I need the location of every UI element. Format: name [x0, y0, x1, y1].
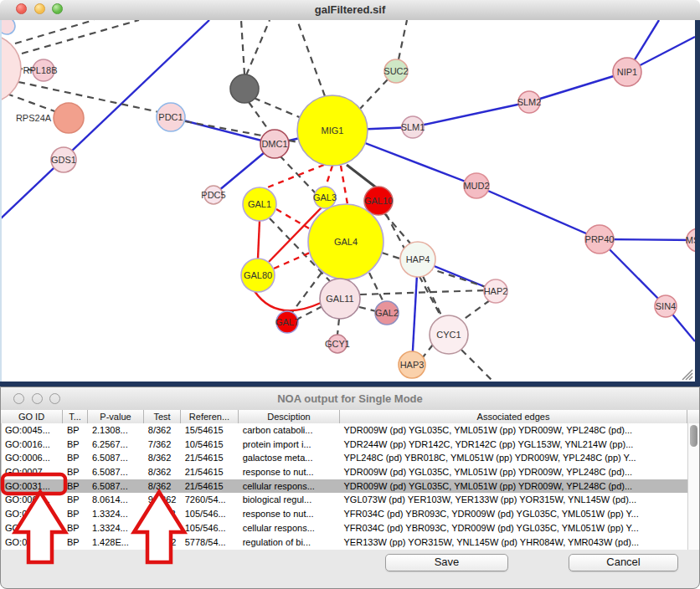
column-header-go-id[interactable]: GO ID: [1, 410, 63, 423]
node-RPL18B[interactable]: RPL18B: [23, 59, 58, 81]
table-row[interactable]: GO:0031...BP6.5087...8/36221/54615cellul…: [2, 479, 687, 494]
screen: galFiltered.sif RPL18BRPS24AGDS1PDC1DMC1…: [0, 0, 700, 589]
table-row[interactable]: GO:0007...BP6.5087...8/36221/54615respon…: [2, 465, 687, 479]
node-SIN4[interactable]: SIN4: [655, 295, 677, 317]
cell: 94/362: [145, 493, 182, 507]
table-row[interactable]: GO:0016...BP6.2567...7/36210/54615protei…: [2, 438, 687, 452]
column-header-associated-edges[interactable]: Associated edges: [340, 410, 687, 423]
table-row[interactable]: GO:0065...BP8.0614...94/3627260/54...bio…: [2, 493, 687, 507]
node-MUD2[interactable]: MUD2: [463, 173, 489, 198]
node-GDS1[interactable]: GDS1: [51, 147, 76, 172]
scrollbar-thumb[interactable]: [690, 425, 697, 447]
column-header-p-value[interactable]: P-value: [88, 410, 144, 423]
cell: YDR009W (pd) YGL035C, YML051W (pp) YDR00…: [341, 465, 687, 479]
node-GAL7[interactable]: GAL7: [275, 311, 299, 333]
svg-text:GAL7: GAL7: [275, 317, 299, 327]
cell: 15/54615: [182, 423, 239, 438]
window-noa-output: NOA output for Single Mode GO IDT...P-va…: [0, 387, 700, 589]
column-header-test[interactable]: Test: [144, 410, 181, 423]
cell: cellular respons...: [239, 479, 341, 494]
svg-text:DMC1: DMC1: [261, 139, 287, 149]
cell: 6.5087...: [89, 451, 145, 465]
node-GAL80[interactable]: GAL80: [241, 259, 275, 292]
node-CYC1[interactable]: CYC1: [430, 315, 468, 354]
node-GRAY[interactable]: [230, 74, 259, 103]
node-MIG1[interactable]: MIG1: [297, 95, 368, 166]
titlebar-noa[interactable]: NOA output for Single Mode: [1, 387, 699, 411]
table-row[interactable]: GO:0050...BP1.428E...80/3625778/54...reg…: [2, 535, 687, 550]
node-GAL1[interactable]: GAL1: [243, 187, 276, 221]
cell: YDR244W (pp) YDR142C, YDR142C (pp) YGL15…: [341, 438, 687, 452]
svg-text:GAL4: GAL4: [334, 237, 358, 247]
cell: 105/546...: [182, 521, 239, 535]
titlebar-galfiltered[interactable]: galFiltered.sif: [0, 0, 700, 21]
edge: [241, 20, 244, 74]
svg-text:RPS24A: RPS24A: [16, 113, 52, 123]
cell: YGL073W (pd) YER103W, YER133W (pp) YOR31…: [341, 493, 687, 507]
edge: [399, 20, 407, 59]
cell: response to nut...: [239, 507, 341, 521]
node-RPS24A[interactable]: RPS24A: [16, 103, 84, 133]
node-big-node[interactable]: [2, 34, 21, 103]
edge: [254, 98, 303, 119]
svg-text:HAP2: HAP2: [484, 286, 508, 296]
cell: biological regul...: [239, 493, 341, 507]
column-header-desciption[interactable]: Desciption: [239, 410, 340, 423]
edge: [341, 166, 347, 204]
node-GAL10[interactable]: GAL10: [364, 187, 393, 215]
edge: [15, 20, 94, 44]
window-title: NOA output for Single Mode: [1, 392, 699, 405]
node-MSN5[interactable]: MSN5: [686, 228, 695, 252]
node-SLM1[interactable]: SLM1: [401, 116, 425, 138]
cancel-button[interactable]: Cancel: [569, 554, 678, 571]
node-HAP3[interactable]: HAP3: [399, 351, 425, 378]
node-SLM2[interactable]: SLM2: [517, 91, 542, 113]
svg-text:GDS1: GDS1: [51, 155, 76, 165]
column-header-referen[interactable]: Referen...: [181, 410, 239, 423]
cell: 7/362: [145, 438, 182, 452]
svg-text:SUC2: SUC2: [383, 66, 408, 76]
cell: 105/546...: [182, 507, 239, 521]
edge: [292, 273, 322, 312]
cell: GO:0065...: [2, 493, 64, 507]
node-GCY1[interactable]: GCY1: [325, 335, 350, 353]
table-row[interactable]: GO:0006...BP6.5087...8/36221/54615galact…: [2, 451, 687, 465]
node-GAL2[interactable]: GAL2: [375, 301, 399, 325]
cell: YFR034C (pd) YBR093C, YDR009W (pd) YGL03…: [341, 521, 687, 535]
node-GAL11[interactable]: GAL11: [320, 279, 360, 319]
node-GAL3[interactable]: GAL3: [313, 187, 337, 208]
cell: galactose meta...: [239, 451, 341, 465]
edge: [461, 350, 493, 382]
table-row[interactable]: GO:0031...BP1.3324...11/362105/546...res…: [2, 507, 687, 521]
node-DMC1[interactable]: DMC1: [260, 130, 289, 158]
network-canvas[interactable]: RPL18BRPS24AGDS1PDC1DMC1MIG1SUC2SLM1SLM2…: [0, 20, 695, 382]
cell: protein import i...: [239, 438, 341, 452]
edge: [298, 306, 322, 319]
node-HAP4[interactable]: HAP4: [400, 242, 435, 277]
cell: BP: [64, 465, 89, 479]
vertical-scrollbar[interactable]: [687, 423, 699, 550]
edge: [460, 300, 490, 322]
cell: BP: [64, 438, 89, 452]
column-header-t[interactable]: T...: [63, 410, 88, 423]
svg-text:PDC5: PDC5: [201, 190, 225, 200]
node-PRP40[interactable]: PRP40: [585, 225, 615, 254]
table-row[interactable]: GO:0031...BP1.3324...11/362105/546...cel…: [2, 521, 687, 535]
node-GAL4[interactable]: GAL4: [308, 204, 383, 279]
edge: [360, 79, 388, 109]
svg-text:GAL10: GAL10: [364, 196, 393, 206]
save-button[interactable]: Save: [385, 554, 508, 571]
table-row[interactable]: GO:0045...BP2.1308...8/36215/54615carbon…: [2, 423, 687, 438]
node-HAP2[interactable]: HAP2: [484, 279, 508, 303]
node-NIP1[interactable]: NIP1: [613, 58, 641, 86]
window-galfiltered: galFiltered.sif RPL18BRPS24AGDS1PDC1DMC1…: [0, 0, 700, 387]
node-clipped-node[interactable]: [2, 20, 15, 34]
cell: response to nut...: [239, 465, 341, 479]
cell: 8.0614...: [89, 493, 145, 507]
window-title: galFiltered.sif: [0, 3, 700, 16]
node-SUC2[interactable]: SUC2: [383, 59, 408, 83]
network-graph: RPL18BRPS24AGDS1PDC1DMC1MIG1SUC2SLM1SLM2…: [2, 20, 695, 382]
resize-grip-icon[interactable]: [679, 366, 693, 381]
node-PDC1[interactable]: PDC1: [157, 103, 185, 131]
cell: 8/362: [145, 479, 182, 494]
